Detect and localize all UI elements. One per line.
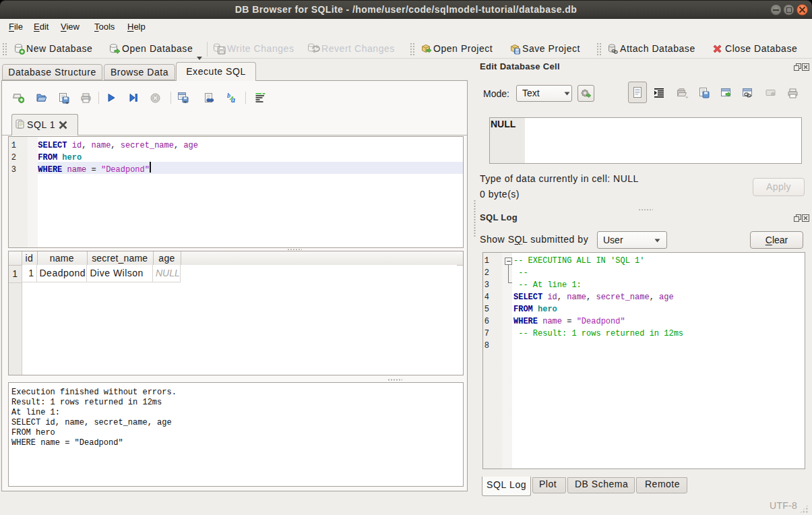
svg-text:a: a (231, 95, 235, 104)
svg-text:b: b (227, 92, 230, 99)
